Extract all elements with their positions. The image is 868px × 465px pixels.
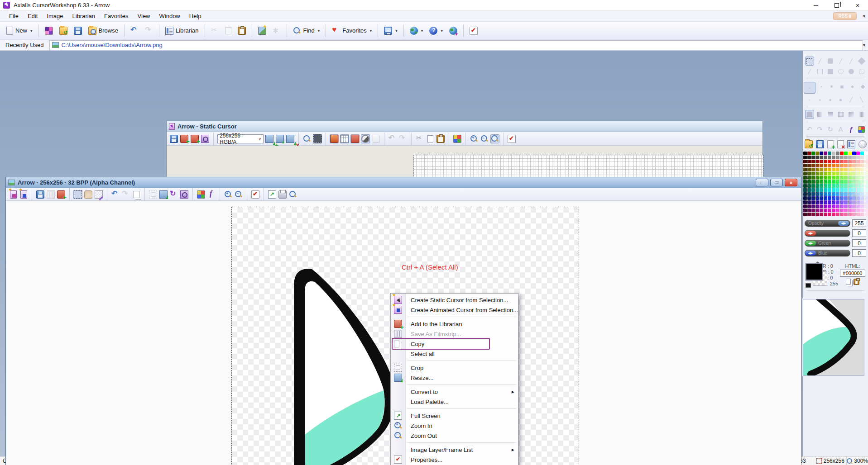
context-menu-item[interactable]: Save As Filmstrip... ▶	[391, 329, 518, 339]
save-button[interactable]	[169, 134, 178, 143]
palette-color[interactable]	[811, 188, 815, 192]
rounded-rect-tool[interactable]	[857, 67, 866, 76]
duplicate-format-button[interactable]	[201, 134, 210, 143]
palette-color[interactable]	[811, 192, 815, 196]
palette-color[interactable]	[811, 152, 815, 155]
palette-color[interactable]	[840, 180, 844, 184]
palette-color[interactable]	[824, 164, 827, 167]
settings-button[interactable]	[270, 24, 283, 38]
context-menu-item[interactable]: Resize... ▶	[391, 373, 518, 383]
copy-color-button[interactable]	[846, 279, 851, 285]
palette-color[interactable]	[815, 200, 819, 204]
palette-color[interactable]	[836, 176, 839, 180]
palette-color[interactable]	[852, 192, 856, 196]
palette-color[interactable]	[803, 156, 807, 159]
palette-color[interactable]	[820, 209, 823, 212]
ellipse-tool[interactable]	[836, 67, 845, 76]
palette-color[interactable]	[848, 184, 852, 188]
palette-color[interactable]	[852, 164, 856, 167]
html-color-field[interactable]: #000000	[840, 270, 865, 277]
palette-color[interactable]	[840, 152, 844, 155]
format-select[interactable]: 256x256 - RGB/A∨	[217, 134, 264, 143]
brush-slash-1[interactable]: ╱	[847, 95, 856, 104]
palette-color[interactable]	[807, 209, 811, 212]
palette-color[interactable]	[807, 196, 811, 200]
palette-color[interactable]	[852, 152, 856, 155]
menu-item[interactable]: Librarian	[68, 11, 100, 21]
green-slider[interactable]: ◀▶ Green	[805, 240, 850, 247]
palette-color[interactable]	[844, 152, 848, 155]
palette-color[interactable]	[864, 209, 868, 212]
palette-color[interactable]	[820, 200, 823, 204]
redo-button[interactable]	[142, 24, 156, 38]
palette-color[interactable]	[803, 160, 807, 163]
context-menu-item[interactable]: Create Static Cursor from Selection... ▶	[391, 295, 518, 305]
palette-color[interactable]	[811, 164, 815, 167]
palette-color[interactable]	[848, 168, 852, 171]
palette-color[interactable]	[840, 209, 844, 212]
palette-color[interactable]	[836, 213, 839, 216]
image-wizard-button[interactable]	[255, 24, 269, 38]
context-menu-item[interactable]: Select all ▶	[391, 349, 518, 359]
palette-color[interactable]	[832, 164, 835, 167]
palette-color[interactable]	[840, 168, 844, 171]
palette-color[interactable]	[811, 200, 815, 204]
help-button[interactable]: ▾	[427, 24, 446, 38]
red-slider[interactable]: ◀▶	[805, 230, 850, 237]
context-menu-item[interactable]: Create Animated Cursor from Selection...…	[391, 305, 518, 315]
gradient-linear[interactable]	[815, 110, 825, 119]
foreground-color-swatch[interactable]	[806, 263, 823, 280]
palette-color[interactable]	[852, 209, 856, 212]
doc-restore-button[interactable]	[770, 179, 783, 186]
palette-color[interactable]	[848, 160, 852, 163]
palette-color[interactable]	[820, 213, 823, 216]
palette-color[interactable]	[832, 213, 835, 216]
blue-arrows-icon[interactable]: ◀▶	[805, 251, 816, 256]
browse-button[interactable]: Browse	[86, 24, 121, 38]
selection-tool-button[interactable]	[73, 190, 82, 199]
zoom-in-button[interactable]: +	[470, 134, 479, 143]
palette-color[interactable]	[820, 188, 823, 192]
palette-color[interactable]	[824, 196, 827, 200]
menu-item[interactable]: Favorites	[100, 11, 133, 21]
brush-size-5[interactable]: ◆	[858, 82, 868, 91]
web-download-button[interactable]	[446, 24, 460, 38]
eyedropper-tool[interactable]: ╱	[815, 57, 825, 66]
palette-color[interactable]	[864, 164, 868, 167]
palette-color[interactable]	[836, 152, 839, 155]
print-preview-button[interactable]	[288, 190, 297, 199]
toolbar-options-caret-icon[interactable]: ▾	[863, 14, 865, 19]
palette-color[interactable]	[807, 172, 811, 176]
toggle-grid-button[interactable]	[340, 134, 349, 143]
save-button[interactable]	[36, 190, 45, 199]
palette-color[interactable]	[828, 164, 831, 167]
palette-color[interactable]	[852, 172, 856, 176]
palette-color[interactable]	[824, 188, 827, 192]
palette-color[interactable]	[811, 196, 815, 200]
palette-color[interactable]	[864, 172, 868, 176]
palette-color[interactable]	[856, 209, 860, 212]
palette-color[interactable]	[848, 164, 852, 167]
test-cursor-button[interactable]	[467, 24, 480, 38]
palette-color[interactable]	[864, 188, 868, 192]
palette-color[interactable]	[820, 176, 823, 180]
test-check-button[interactable]	[251, 190, 260, 199]
palette-color[interactable]	[840, 200, 844, 204]
palette-menu-button[interactable]	[858, 140, 867, 148]
copy-button[interactable]	[426, 134, 435, 143]
menu-item[interactable]: View	[133, 11, 155, 21]
palette-color[interactable]	[840, 192, 844, 196]
new-image-button[interactable]	[265, 134, 274, 143]
undo-button[interactable]	[388, 134, 397, 143]
palette-button[interactable]	[453, 134, 462, 143]
palette-color[interactable]	[811, 204, 815, 208]
palette-color[interactable]	[852, 160, 856, 163]
palette-color[interactable]	[848, 180, 852, 184]
palette-color[interactable]	[811, 168, 815, 171]
palette-color[interactable]	[820, 152, 823, 155]
palette-color[interactable]	[860, 213, 864, 216]
new-from-format-button[interactable]	[42, 24, 56, 38]
palette-color[interactable]	[803, 168, 807, 171]
palette-color[interactable]	[864, 200, 868, 204]
palette-color[interactable]	[807, 160, 811, 163]
